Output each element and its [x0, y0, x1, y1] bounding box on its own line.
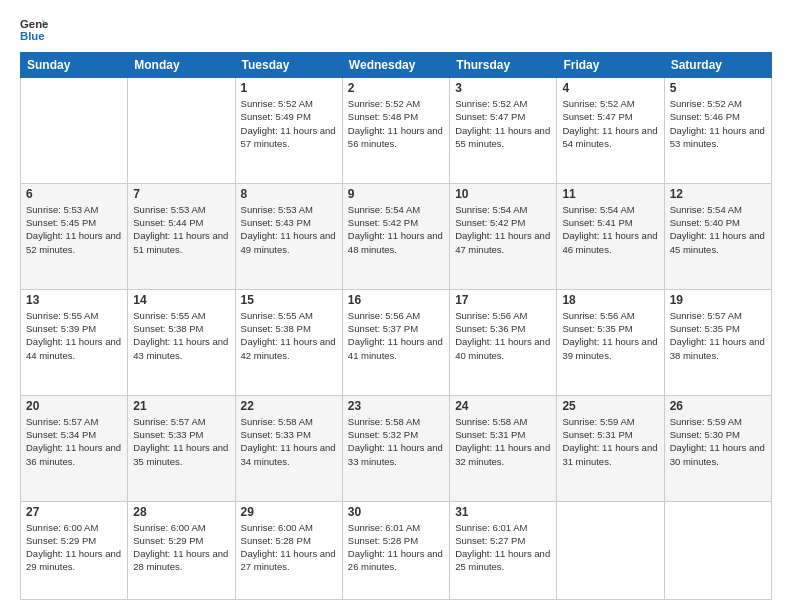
day-number: 31 [455, 505, 551, 519]
weekday-header: Thursday [450, 53, 557, 78]
calendar-table: SundayMondayTuesdayWednesdayThursdayFrid… [20, 52, 772, 600]
weekday-header: Wednesday [342, 53, 449, 78]
calendar-cell: 3Sunrise: 5:52 AMSunset: 5:47 PMDaylight… [450, 78, 557, 184]
day-number: 24 [455, 399, 551, 413]
day-number: 19 [670, 293, 766, 307]
calendar-header-row: SundayMondayTuesdayWednesdayThursdayFrid… [21, 53, 772, 78]
calendar-week-row: 20Sunrise: 5:57 AMSunset: 5:34 PMDayligh… [21, 395, 772, 501]
day-info: Sunrise: 5:56 AMSunset: 5:37 PMDaylight:… [348, 309, 444, 362]
weekday-header: Friday [557, 53, 664, 78]
day-info: Sunrise: 5:56 AMSunset: 5:36 PMDaylight:… [455, 309, 551, 362]
day-info: Sunrise: 5:55 AMSunset: 5:39 PMDaylight:… [26, 309, 122, 362]
day-number: 18 [562, 293, 658, 307]
calendar-cell: 31Sunrise: 6:01 AMSunset: 5:27 PMDayligh… [450, 501, 557, 599]
day-number: 8 [241, 187, 337, 201]
logo-icon: General Blue [20, 16, 48, 44]
calendar-cell: 13Sunrise: 5:55 AMSunset: 5:39 PMDayligh… [21, 289, 128, 395]
calendar-cell: 8Sunrise: 5:53 AMSunset: 5:43 PMDaylight… [235, 183, 342, 289]
day-number: 22 [241, 399, 337, 413]
day-info: Sunrise: 5:53 AMSunset: 5:44 PMDaylight:… [133, 203, 229, 256]
day-number: 2 [348, 81, 444, 95]
day-number: 25 [562, 399, 658, 413]
day-number: 29 [241, 505, 337, 519]
day-info: Sunrise: 6:01 AMSunset: 5:28 PMDaylight:… [348, 521, 444, 574]
day-number: 14 [133, 293, 229, 307]
calendar-cell: 5Sunrise: 5:52 AMSunset: 5:46 PMDaylight… [664, 78, 771, 184]
day-info: Sunrise: 6:00 AMSunset: 5:29 PMDaylight:… [26, 521, 122, 574]
day-number: 12 [670, 187, 766, 201]
calendar-cell: 25Sunrise: 5:59 AMSunset: 5:31 PMDayligh… [557, 395, 664, 501]
calendar-cell: 18Sunrise: 5:56 AMSunset: 5:35 PMDayligh… [557, 289, 664, 395]
calendar-cell: 23Sunrise: 5:58 AMSunset: 5:32 PMDayligh… [342, 395, 449, 501]
day-info: Sunrise: 5:52 AMSunset: 5:47 PMDaylight:… [562, 97, 658, 150]
day-number: 20 [26, 399, 122, 413]
day-info: Sunrise: 5:55 AMSunset: 5:38 PMDaylight:… [241, 309, 337, 362]
calendar-cell: 20Sunrise: 5:57 AMSunset: 5:34 PMDayligh… [21, 395, 128, 501]
day-info: Sunrise: 5:59 AMSunset: 5:30 PMDaylight:… [670, 415, 766, 468]
calendar-cell: 19Sunrise: 5:57 AMSunset: 5:35 PMDayligh… [664, 289, 771, 395]
header: General Blue [20, 16, 772, 44]
calendar-cell: 30Sunrise: 6:01 AMSunset: 5:28 PMDayligh… [342, 501, 449, 599]
day-info: Sunrise: 5:57 AMSunset: 5:34 PMDaylight:… [26, 415, 122, 468]
day-info: Sunrise: 5:55 AMSunset: 5:38 PMDaylight:… [133, 309, 229, 362]
svg-text:Blue: Blue [20, 30, 45, 42]
calendar-week-row: 6Sunrise: 5:53 AMSunset: 5:45 PMDaylight… [21, 183, 772, 289]
calendar-cell: 9Sunrise: 5:54 AMSunset: 5:42 PMDaylight… [342, 183, 449, 289]
day-number: 26 [670, 399, 766, 413]
day-number: 16 [348, 293, 444, 307]
day-info: Sunrise: 5:58 AMSunset: 5:32 PMDaylight:… [348, 415, 444, 468]
day-number: 27 [26, 505, 122, 519]
day-number: 17 [455, 293, 551, 307]
day-info: Sunrise: 5:57 AMSunset: 5:33 PMDaylight:… [133, 415, 229, 468]
day-info: Sunrise: 5:57 AMSunset: 5:35 PMDaylight:… [670, 309, 766, 362]
calendar-week-row: 1Sunrise: 5:52 AMSunset: 5:49 PMDaylight… [21, 78, 772, 184]
calendar-week-row: 27Sunrise: 6:00 AMSunset: 5:29 PMDayligh… [21, 501, 772, 599]
day-info: Sunrise: 5:53 AMSunset: 5:45 PMDaylight:… [26, 203, 122, 256]
calendar-cell [557, 501, 664, 599]
day-info: Sunrise: 5:52 AMSunset: 5:48 PMDaylight:… [348, 97, 444, 150]
calendar-cell [664, 501, 771, 599]
day-number: 7 [133, 187, 229, 201]
calendar-cell [128, 78, 235, 184]
day-number: 4 [562, 81, 658, 95]
calendar-cell: 14Sunrise: 5:55 AMSunset: 5:38 PMDayligh… [128, 289, 235, 395]
calendar-cell: 12Sunrise: 5:54 AMSunset: 5:40 PMDayligh… [664, 183, 771, 289]
day-info: Sunrise: 5:54 AMSunset: 5:42 PMDaylight:… [455, 203, 551, 256]
day-info: Sunrise: 5:58 AMSunset: 5:31 PMDaylight:… [455, 415, 551, 468]
day-info: Sunrise: 5:59 AMSunset: 5:31 PMDaylight:… [562, 415, 658, 468]
calendar-cell: 6Sunrise: 5:53 AMSunset: 5:45 PMDaylight… [21, 183, 128, 289]
calendar-cell: 7Sunrise: 5:53 AMSunset: 5:44 PMDaylight… [128, 183, 235, 289]
calendar-cell: 1Sunrise: 5:52 AMSunset: 5:49 PMDaylight… [235, 78, 342, 184]
calendar-week-row: 13Sunrise: 5:55 AMSunset: 5:39 PMDayligh… [21, 289, 772, 395]
logo: General Blue [20, 16, 48, 44]
day-number: 15 [241, 293, 337, 307]
day-number: 11 [562, 187, 658, 201]
day-number: 3 [455, 81, 551, 95]
calendar-cell: 15Sunrise: 5:55 AMSunset: 5:38 PMDayligh… [235, 289, 342, 395]
calendar-cell: 26Sunrise: 5:59 AMSunset: 5:30 PMDayligh… [664, 395, 771, 501]
day-number: 21 [133, 399, 229, 413]
weekday-header: Sunday [21, 53, 128, 78]
calendar-cell: 10Sunrise: 5:54 AMSunset: 5:42 PMDayligh… [450, 183, 557, 289]
page: General Blue SundayMondayTuesdayWednesda… [0, 0, 792, 612]
day-number: 28 [133, 505, 229, 519]
day-info: Sunrise: 6:00 AMSunset: 5:29 PMDaylight:… [133, 521, 229, 574]
day-number: 23 [348, 399, 444, 413]
day-number: 6 [26, 187, 122, 201]
day-info: Sunrise: 5:54 AMSunset: 5:42 PMDaylight:… [348, 203, 444, 256]
calendar-cell: 28Sunrise: 6:00 AMSunset: 5:29 PMDayligh… [128, 501, 235, 599]
day-info: Sunrise: 5:56 AMSunset: 5:35 PMDaylight:… [562, 309, 658, 362]
calendar-cell: 21Sunrise: 5:57 AMSunset: 5:33 PMDayligh… [128, 395, 235, 501]
day-info: Sunrise: 6:01 AMSunset: 5:27 PMDaylight:… [455, 521, 551, 574]
calendar-cell: 11Sunrise: 5:54 AMSunset: 5:41 PMDayligh… [557, 183, 664, 289]
day-number: 10 [455, 187, 551, 201]
day-info: Sunrise: 5:54 AMSunset: 5:40 PMDaylight:… [670, 203, 766, 256]
calendar-cell: 17Sunrise: 5:56 AMSunset: 5:36 PMDayligh… [450, 289, 557, 395]
svg-text:General: General [20, 18, 48, 30]
day-info: Sunrise: 5:52 AMSunset: 5:47 PMDaylight:… [455, 97, 551, 150]
calendar-cell: 24Sunrise: 5:58 AMSunset: 5:31 PMDayligh… [450, 395, 557, 501]
day-info: Sunrise: 5:52 AMSunset: 5:49 PMDaylight:… [241, 97, 337, 150]
calendar-cell: 4Sunrise: 5:52 AMSunset: 5:47 PMDaylight… [557, 78, 664, 184]
calendar-cell: 22Sunrise: 5:58 AMSunset: 5:33 PMDayligh… [235, 395, 342, 501]
day-number: 9 [348, 187, 444, 201]
